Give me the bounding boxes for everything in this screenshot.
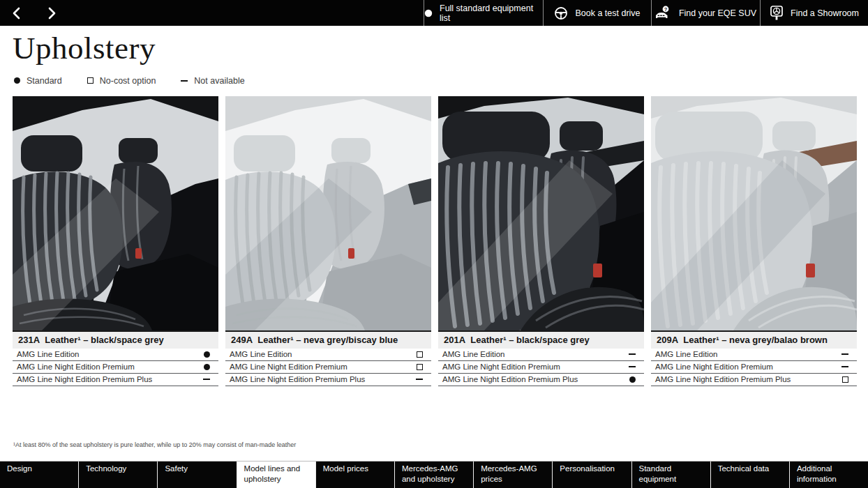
chevron-left-icon — [11, 7, 21, 20]
availability-symbol — [416, 379, 423, 380]
tab-additional-information[interactable]: Additional information — [789, 462, 868, 488]
top-action-bar: Full standard equipment list Book a test… — [0, 0, 868, 26]
upholstery-card-201a: 201A Leather¹ – black/space grey AMG Lin… — [438, 96, 644, 386]
topbar-actions: Full standard equipment list Book a test… — [424, 0, 868, 26]
table-row: AMG Line Night Edition Premium — [651, 361, 857, 374]
forward-arrow-button[interactable] — [47, 7, 57, 20]
line-label: AMG Line Edition — [655, 350, 718, 358]
line-label: AMG Line Night Edition Premium — [655, 363, 773, 371]
legend-label: Not available — [194, 76, 244, 86]
table-row: AMG Line Edition — [13, 349, 218, 361]
steering-wheel-icon — [554, 6, 568, 20]
book-test-drive-button[interactable]: Book a test drive — [543, 0, 651, 26]
availability-symbol — [842, 376, 848, 383]
option-title: 231A Leather¹ – black/space grey — [13, 330, 218, 349]
upholstery-image-209a — [651, 96, 857, 330]
table-row: AMG Line Night Edition Premium Plus — [225, 374, 431, 386]
standard-symbol-icon — [14, 77, 20, 84]
legend-item-no-cost: No-cost option — [87, 76, 156, 86]
legend-item-not-available: Not available — [181, 76, 244, 86]
standard-dot-icon — [424, 9, 433, 17]
upholstery-option-grid: 231A Leather¹ – black/space grey AMG Lin… — [13, 96, 855, 386]
not-available-symbol-icon — [181, 80, 188, 82]
table-row: AMG Line Night Edition Premium Plus — [438, 374, 644, 386]
line-label: AMG Line Night Edition Premium — [230, 363, 347, 371]
action-label: Book a test drive — [575, 8, 640, 18]
table-row: AMG Line Edition — [651, 349, 857, 361]
action-label: Full standard equipment list — [440, 3, 543, 23]
legend-item-standard: Standard — [14, 76, 62, 86]
availability-legend: Standard No-cost option Not available — [14, 76, 868, 86]
upholstery-card-231a: 231A Leather¹ – black/space grey AMG Lin… — [13, 96, 218, 386]
tab-safety[interactable]: Safety — [157, 462, 236, 488]
seatbelt-buckle-detail — [348, 248, 354, 259]
option-title: 201A Leather¹ – black/space grey — [438, 330, 644, 349]
seat-photo-illustration — [225, 96, 431, 330]
tab-personalisation[interactable]: Personalisation — [552, 462, 631, 488]
seat-photo-illustration — [13, 96, 218, 330]
table-row: AMG Line Edition — [225, 349, 431, 361]
upholstery-image-231a — [13, 96, 218, 330]
upholstery-image-249a — [225, 96, 431, 330]
legend-label: Standard — [27, 76, 62, 86]
availability-symbol — [204, 351, 210, 358]
seatbelt-buckle-detail — [806, 264, 815, 277]
table-row: AMG Line Night Edition Premium Plus — [651, 374, 857, 386]
tab-technology[interactable]: Technology — [78, 462, 157, 488]
tab-model-prices[interactable]: Model prices — [315, 462, 394, 488]
line-label: AMG Line Night Edition Premium Plus — [655, 375, 791, 383]
availability-symbol — [203, 379, 210, 380]
action-label: Find a Showroom — [791, 8, 859, 18]
tab-mercedes-amg-and-upholstery[interactable]: Mercedes-AMG and upholstery — [394, 462, 473, 488]
page-title: Upholstery — [13, 31, 868, 67]
line-label: AMG Line Night Edition Premium — [442, 363, 560, 371]
availability-symbol — [417, 364, 423, 370]
leather-footnote: ¹At least 80% of the seat upholstery is … — [13, 441, 868, 448]
table-row: AMG Line Edition — [438, 349, 644, 361]
find-your-eqe-suv-button[interactable]: ? Find your EQE SUV — [651, 0, 760, 26]
line-label: AMG Line Edition — [442, 350, 505, 358]
upholstery-image-201a — [438, 96, 644, 330]
back-arrow-button[interactable] — [11, 7, 21, 20]
section-tab-bar: Design Technology Safety Model lines and… — [0, 461, 868, 488]
find-a-showroom-button[interactable]: Find a Showroom — [760, 0, 868, 26]
availability-symbol — [841, 353, 848, 355]
tab-design[interactable]: Design — [0, 462, 78, 488]
tab-technical-data[interactable]: Technical data — [710, 462, 789, 488]
table-row: AMG Line Night Edition Premium — [13, 361, 218, 374]
line-label: AMG Line Night Edition Premium Plus — [230, 375, 365, 383]
tab-model-lines-and-upholstery[interactable]: Model lines and upholstery — [237, 462, 315, 488]
availability-symbol — [417, 351, 423, 358]
upholstery-card-209a: 209A Leather¹ – neva grey/balao brown AM… — [651, 96, 857, 386]
availability-symbol — [629, 376, 636, 383]
option-title: 249A Leather¹ – neva grey/biscay blue — [225, 330, 431, 349]
car-question-icon: ? — [655, 6, 672, 21]
tab-mercedes-amg-prices[interactable]: Mercedes-AMG prices — [473, 462, 552, 488]
no-cost-symbol-icon — [87, 77, 93, 84]
line-label: AMG Line Night Edition Premium Plus — [17, 375, 152, 383]
line-label: AMG Line Night Edition Premium — [17, 363, 135, 371]
seatbelt-buckle-detail — [593, 264, 602, 277]
seat-photo-illustration — [651, 96, 857, 330]
table-row: AMG Line Night Edition Premium — [225, 361, 431, 374]
table-row: AMG Line Night Edition Premium — [438, 361, 644, 374]
availability-symbol — [629, 353, 636, 355]
svg-text:?: ? — [664, 6, 668, 12]
chevron-right-icon — [47, 7, 57, 20]
upholstery-card-249a: 249A Leather¹ – neva grey/biscay blue AM… — [225, 96, 431, 386]
legend-label: No-cost option — [100, 76, 156, 86]
table-row: AMG Line Night Edition Premium Plus — [13, 374, 218, 386]
tab-standard-equipment[interactable]: Standard equipment — [631, 462, 710, 488]
full-standard-equipment-button[interactable]: Full standard equipment list — [424, 0, 543, 26]
seat-photo-illustration — [438, 96, 644, 330]
availability-symbol — [204, 364, 210, 370]
option-title: 209A Leather¹ – neva grey/balao brown — [651, 330, 857, 349]
page-navigation — [0, 0, 424, 26]
availability-symbol — [629, 366, 636, 367]
availability-symbol — [841, 366, 848, 367]
showroom-pin-icon — [770, 5, 784, 22]
line-label: AMG Line Edition — [17, 350, 80, 358]
seatbelt-buckle-detail — [135, 248, 142, 259]
action-label: Find your EQE SUV — [679, 8, 756, 18]
line-label: AMG Line Night Edition Premium Plus — [442, 375, 578, 383]
